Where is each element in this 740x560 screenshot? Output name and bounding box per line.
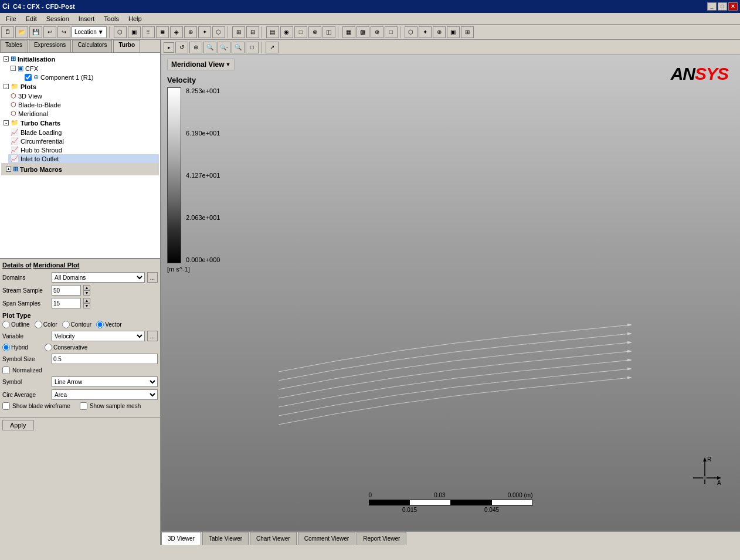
- menu-tools[interactable]: Tools: [99, 14, 124, 23]
- variable-browse-btn[interactable]: ...: [147, 331, 158, 341]
- tree-item-hubtoshroud[interactable]: 📈 Hub to Shroud: [8, 145, 159, 154]
- streamsample-down[interactable]: ▼: [83, 290, 90, 296]
- tb-btn12[interactable]: ◉: [280, 26, 293, 38]
- tab-calculators[interactable]: Calculators: [72, 40, 112, 52]
- streamsample-input[interactable]: [52, 285, 81, 296]
- menu-insert[interactable]: Insert: [74, 14, 100, 23]
- variable-select[interactable]: Velocity: [52, 331, 145, 341]
- tree-item-cfx[interactable]: - ▣ CFX: [8, 64, 159, 73]
- tree-section-turbocharts[interactable]: - 📁 Turbo Charts: [1, 118, 159, 128]
- tb-btn7[interactable]: ✦: [198, 26, 211, 38]
- vtb-rotate[interactable]: ↺: [175, 42, 188, 53]
- menu-session[interactable]: Session: [42, 14, 74, 23]
- tb-btn20[interactable]: ⬡: [405, 26, 417, 38]
- tb-btn8[interactable]: ⬡: [212, 26, 225, 38]
- menu-edit[interactable]: Edit: [21, 14, 42, 23]
- expand-icon-plots[interactable]: -: [4, 84, 9, 89]
- tree-item-component1[interactable]: ⊕ Component 1 (R1): [22, 73, 159, 82]
- radio-hybrid[interactable]: Hybrid: [2, 344, 28, 351]
- bottom-tab-commentviewer[interactable]: Comment Viewer: [298, 532, 356, 545]
- expand-icon-turbocharts[interactable]: -: [4, 120, 9, 125]
- vtb-move[interactable]: ⊕: [189, 42, 202, 53]
- tb-undo[interactable]: ↩: [43, 26, 56, 38]
- normalized-checkbox[interactable]: [2, 366, 10, 374]
- tb-btn16[interactable]: ▦: [342, 26, 355, 38]
- vtb-zoomout[interactable]: 🔍-: [218, 42, 230, 53]
- tb-btn22[interactable]: ⊕: [433, 26, 446, 38]
- tb-btn11[interactable]: ▤: [266, 26, 279, 38]
- expand-icon-macros[interactable]: +: [6, 167, 11, 172]
- tb-btn15[interactable]: ◫: [323, 26, 335, 38]
- tree-section-macros[interactable]: + ⊞ Turbo Macros: [4, 164, 157, 174]
- spansamples-up[interactable]: ▲: [83, 298, 90, 303]
- vtb-zoombox[interactable]: 🔍: [232, 42, 245, 53]
- tree-item-3dview[interactable]: ⬡ 3D View: [8, 91, 159, 100]
- tb-btn10[interactable]: ⊟: [246, 26, 259, 38]
- vtb-select[interactable]: ▸: [164, 42, 174, 53]
- bottom-tab-chartviewer[interactable]: Chart Viewer: [250, 532, 297, 545]
- tb-save[interactable]: 💾: [29, 26, 42, 38]
- bottom-tab-tableviewer[interactable]: Table Viewer: [202, 532, 249, 545]
- apply-button[interactable]: Apply: [2, 420, 34, 430]
- tb-redo[interactable]: ↪: [57, 26, 70, 38]
- radio-outline[interactable]: Outline: [2, 321, 30, 328]
- expand-icon-cfx[interactable]: -: [11, 66, 16, 71]
- location-dropdown[interactable]: Location ▼: [72, 26, 107, 38]
- view-label[interactable]: Meridional View ▼: [167, 59, 235, 70]
- tree-item-bladeloading[interactable]: 📈 Blade Loading: [8, 128, 159, 137]
- tb-btn4[interactable]: ≣: [156, 26, 169, 38]
- tb-new[interactable]: 🗒: [1, 26, 14, 38]
- tb-btn17[interactable]: ▩: [357, 26, 369, 38]
- menu-file[interactable]: File: [1, 14, 21, 23]
- symbol-select[interactable]: Line Arrow: [52, 376, 158, 387]
- tree-item-inlettooutlet[interactable]: 📈 Inlet to Outlet: [8, 154, 159, 163]
- vtb-box[interactable]: □: [246, 42, 259, 53]
- domains-select[interactable]: All Domains: [52, 272, 145, 283]
- tree-item-blade2blade[interactable]: ⬡ Blade-to-Blade: [8, 100, 159, 109]
- tb-btn14[interactable]: ⊗: [308, 26, 321, 38]
- maximize-button[interactable]: □: [718, 2, 727, 11]
- tb-btn18[interactable]: ⊕: [371, 26, 383, 38]
- bottom-tab-3dviewer[interactable]: 3D Viewer: [161, 532, 201, 545]
- sample-mesh-checkbox[interactable]: [80, 402, 87, 410]
- radio-vector[interactable]: Vector: [96, 321, 121, 328]
- vtb-fitview[interactable]: ↗: [266, 42, 279, 53]
- tb-btn13[interactable]: □: [294, 26, 307, 38]
- tb-btn3[interactable]: ≡: [142, 26, 155, 38]
- radio-contour[interactable]: Contour: [62, 321, 92, 328]
- spansamples-down[interactable]: ▼: [83, 303, 90, 308]
- component-checkbox[interactable]: [25, 74, 32, 81]
- close-button[interactable]: ✕: [728, 2, 738, 11]
- tree-section-plots[interactable]: - 📁 Plots: [1, 82, 159, 91]
- tb-btn2[interactable]: ▣: [128, 26, 141, 38]
- tb-btn21[interactable]: ✦: [419, 26, 432, 38]
- tab-turbo[interactable]: Turbo: [113, 40, 140, 52]
- spansamples-input[interactable]: [52, 298, 81, 308]
- tb-open[interactable]: 📂: [15, 26, 28, 38]
- tb-btn19[interactable]: □: [385, 26, 398, 38]
- blade-wireframe-checkbox[interactable]: [2, 402, 10, 410]
- radio-conservative[interactable]: Conservative: [45, 344, 87, 351]
- tb-btn1[interactable]: ⬡: [114, 26, 127, 38]
- tree-item-meridional[interactable]: ⬡ Meridional: [8, 109, 159, 118]
- tb-btn6[interactable]: ⊕: [184, 26, 197, 38]
- streamsample-up[interactable]: ▲: [83, 285, 90, 290]
- form-row-circavg: Circ Average Area: [2, 389, 158, 400]
- radio-color[interactable]: Color: [35, 321, 57, 328]
- tb-btn9[interactable]: ⊞: [232, 26, 245, 38]
- symbolsize-input[interactable]: [52, 354, 158, 364]
- minimize-button[interactable]: _: [707, 2, 717, 11]
- tab-expressions[interactable]: Expressions: [29, 40, 71, 52]
- tree-section-initialisation[interactable]: - ⊞ Initialisation: [1, 54, 159, 64]
- tb-btn5[interactable]: ◈: [170, 26, 183, 38]
- menu-help[interactable]: Help: [124, 14, 147, 23]
- bottom-tab-reportviewer[interactable]: Report Viewer: [357, 532, 406, 545]
- tb-btn24[interactable]: ⊞: [461, 26, 474, 38]
- circavg-select[interactable]: Area: [52, 389, 158, 400]
- expand-icon-init[interactable]: -: [4, 56, 9, 62]
- tb-btn23[interactable]: ▣: [447, 26, 460, 38]
- vtb-zoomin[interactable]: 🔍: [203, 42, 216, 53]
- tree-item-circumferential[interactable]: 📈 Circumferential: [8, 137, 159, 145]
- tab-tables[interactable]: Tables: [0, 40, 28, 52]
- domains-browse-btn[interactable]: ...: [147, 272, 158, 283]
